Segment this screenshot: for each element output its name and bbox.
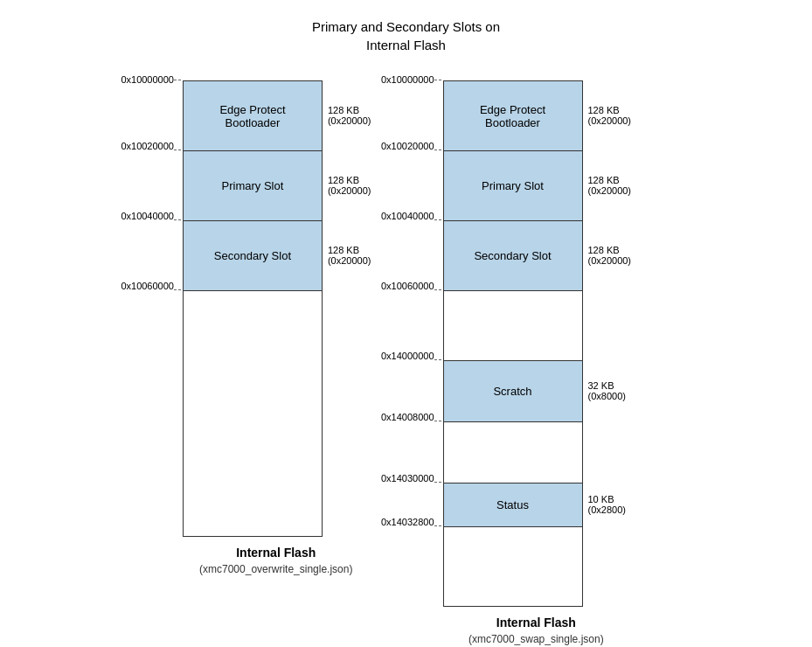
right-addr-0: 0x10000000 — [381, 74, 434, 85]
right-size-1: 128 KB (0x20000) — [588, 150, 632, 220]
page-title: Primary and Secondary Slots on Internal … — [312, 17, 500, 54]
right-block-empty1 — [444, 291, 582, 361]
right-addr-6: 0x14030000 — [381, 473, 434, 484]
left-size-2: 128 KB (0x20000) — [328, 220, 371, 290]
left-size-0: 128 KB (0x20000) — [328, 80, 371, 150]
left-diagram: 0x10000000 0x10020000 0x10040000 0x10060… — [181, 80, 371, 575]
right-size-2: 128 KB (0x20000) — [588, 220, 632, 290]
right-block-bootloader: Edge ProtectBootloader — [444, 81, 582, 151]
right-size-4: 32 KB (0x8000) — [588, 360, 632, 421]
right-block-status: Status — [444, 484, 582, 527]
right-block-empty3 — [444, 527, 582, 606]
right-addr-7: 0x14032800 — [381, 517, 434, 527]
right-addr-2: 0x10040000 — [381, 211, 434, 221]
left-diagram-sublabel: (xmc7000_overwrite_single.json) — [199, 563, 352, 575]
right-block-primary: Primary Slot — [444, 151, 582, 221]
right-diagram-label: Internal Flash — [496, 616, 576, 630]
right-size-empty1 — [588, 290, 632, 360]
right-size-empty2 — [588, 421, 632, 483]
right-diagram-sublabel: (xmc7000_swap_single.json) — [468, 633, 604, 645]
right-block-empty2 — [444, 422, 582, 484]
left-diagram-label: Internal Flash — [236, 546, 316, 560]
left-addr-3: 0x10060000 — [121, 281, 174, 291]
right-size-labels: 128 KB (0x20000) 128 KB (0x20000) 128 KB… — [588, 80, 632, 526]
left-size-1: 128 KB (0x20000) — [328, 150, 371, 220]
right-addr-1: 0x10020000 — [381, 141, 434, 151]
left-block-secondary: Secondary Slot — [184, 221, 322, 291]
right-addr-3: 0x10060000 — [381, 281, 434, 291]
left-blocks: Edge ProtectBootloader Primary Slot Seco… — [183, 80, 323, 537]
left-size-labels: 128 KB (0x20000) 128 KB (0x20000) 128 KB… — [328, 80, 371, 290]
right-block-secondary: Secondary Slot — [444, 221, 582, 291]
right-size-6: 10 KB (0x2800) — [588, 483, 632, 526]
right-blocks: Edge ProtectBootloader Primary Slot Seco… — [443, 80, 583, 607]
right-diagram: 0x10000000 0x10020000 0x10040000 0x10060… — [441, 80, 632, 645]
right-addr-4: 0x14000000 — [381, 351, 434, 361]
right-size-0: 128 KB (0x20000) — [588, 80, 632, 150]
left-addr-0: 0x10000000 — [121, 74, 174, 85]
left-block-primary: Primary Slot — [184, 151, 322, 221]
left-addr-1: 0x10020000 — [121, 141, 174, 151]
left-block-bootloader: Edge ProtectBootloader — [184, 81, 322, 151]
left-block-empty — [184, 291, 322, 536]
left-addr-2: 0x10040000 — [121, 211, 174, 221]
right-addr-5: 0x14008000 — [381, 412, 434, 422]
right-block-scratch: Scratch — [444, 361, 582, 422]
